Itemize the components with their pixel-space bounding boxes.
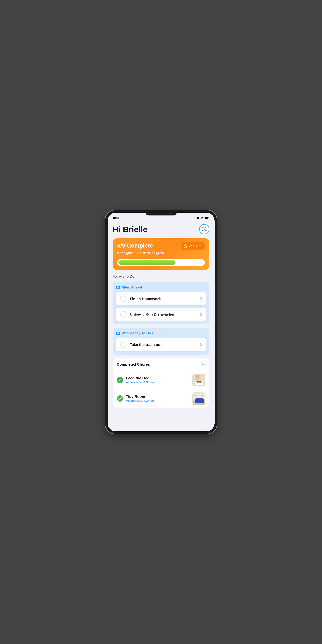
completed-name: Tidy Room xyxy=(126,394,190,399)
task-item[interactable]: Finish Homework xyxy=(116,292,206,306)
page-header: Hi Brielle xyxy=(113,224,209,234)
svg-rect-3 xyxy=(198,217,199,219)
svg-rect-2 xyxy=(197,217,198,219)
svg-point-12 xyxy=(196,381,199,383)
folder-icon xyxy=(116,286,120,289)
phone-frame: 9:41 Hi Brielle 6/9 Complete 2hr 3 xyxy=(105,210,217,434)
progress-card: 6/9 Complete 2hr 30m Keep going! You're … xyxy=(113,238,209,270)
task-name: Take the trash out xyxy=(130,342,197,347)
progress-bar xyxy=(117,259,205,266)
completed-title: Completed Chores xyxy=(117,362,150,367)
task-checkbox[interactable] xyxy=(120,342,126,348)
greeting: Hi Brielle xyxy=(113,225,147,234)
group-header[interactable]: After School xyxy=(116,285,206,289)
task-checkbox[interactable] xyxy=(120,296,126,302)
svg-point-15 xyxy=(196,375,197,377)
completed-header[interactable]: Completed Chores xyxy=(113,358,209,371)
completed-card: Completed Chores Feed the DogAccepted at… xyxy=(113,358,209,408)
cellular-icon xyxy=(196,217,199,219)
check-circle xyxy=(117,395,123,402)
status-time: 9:41 xyxy=(113,216,120,220)
completed-thumbnail xyxy=(192,374,205,386)
folder-icon xyxy=(116,332,120,335)
chevron-right-icon xyxy=(200,312,202,316)
group-label: After School xyxy=(122,285,142,289)
task-checkbox[interactable] xyxy=(120,311,126,318)
todo-groups: After SchoolFinish HomeworkUnload / Run … xyxy=(113,282,209,355)
clock-plus-icon xyxy=(201,226,207,232)
check-icon xyxy=(118,378,122,382)
svg-rect-1 xyxy=(197,218,197,219)
svg-rect-5 xyxy=(205,217,208,219)
completed-text: Feed the DogAccepted at 4:34pm xyxy=(126,376,190,384)
task-name: Finish Homework xyxy=(130,297,197,301)
completed-status: Accepted at 4:34pm xyxy=(126,399,190,402)
group-header[interactable]: Wednesday To-Dos xyxy=(116,331,206,335)
status-icons xyxy=(196,217,209,219)
task-name: Unload / Run Dishwasher xyxy=(130,312,197,316)
locked-time-badge[interactable]: 2hr 30m xyxy=(181,242,205,250)
svg-point-22 xyxy=(202,395,203,396)
svg-rect-20 xyxy=(196,398,203,400)
lock-icon xyxy=(184,244,187,248)
completed-status: Accepted at 4:34pm xyxy=(126,380,190,384)
progress-top: 6/9 Complete 2hr 30m xyxy=(117,242,205,250)
chevron-right-icon xyxy=(200,297,202,300)
svg-point-16 xyxy=(198,375,199,377)
svg-point-21 xyxy=(194,394,196,396)
chevron-up-icon xyxy=(202,364,205,366)
completed-item[interactable]: Feed the DogAccepted at 4:34pm xyxy=(113,371,209,389)
task-item[interactable]: Unload / Run Dishwasher xyxy=(116,308,206,321)
wifi-icon xyxy=(200,217,203,219)
locked-time-text: 2hr 30m xyxy=(188,244,202,248)
svg-point-13 xyxy=(199,381,202,383)
progress-bar-fill xyxy=(118,260,176,265)
notch xyxy=(145,210,177,216)
svg-rect-0 xyxy=(196,218,196,219)
todo-section-title: Today's To-Do xyxy=(113,274,209,278)
completed-text: Tidy RoomAccepted at 4:34pm xyxy=(126,394,190,402)
svg-rect-11 xyxy=(195,381,203,385)
task-item[interactable]: Take the trash out xyxy=(116,338,206,351)
completed-items: Feed the DogAccepted at 4:34pmTidy RoomA… xyxy=(113,371,209,408)
completed-item[interactable]: Tidy RoomAccepted at 4:34pm xyxy=(113,389,209,408)
battery-icon xyxy=(205,217,209,219)
group-label: Wednesday To-Dos xyxy=(122,331,153,335)
progress-subtitle: Keep going! You're doing great xyxy=(117,251,205,255)
check-circle xyxy=(117,377,123,383)
todo-group: After SchoolFinish HomeworkUnload / Run … xyxy=(113,282,209,324)
completed-name: Feed the Dog xyxy=(126,376,190,380)
svg-rect-9 xyxy=(184,246,186,248)
todo-group: Wednesday To-DosTake the trash out xyxy=(113,328,209,355)
check-icon xyxy=(118,397,122,400)
chevron-right-icon xyxy=(200,343,202,346)
screen: 9:41 Hi Brielle 6/9 Complete 2hr 3 xyxy=(108,212,215,432)
svg-rect-6 xyxy=(208,218,209,218)
add-time-button[interactable] xyxy=(199,224,209,234)
content: Hi Brielle 6/9 Complete 2hr 30m Keep goi… xyxy=(108,221,215,432)
progress-title: 6/9 Complete xyxy=(117,242,153,249)
completed-thumbnail xyxy=(192,392,205,404)
